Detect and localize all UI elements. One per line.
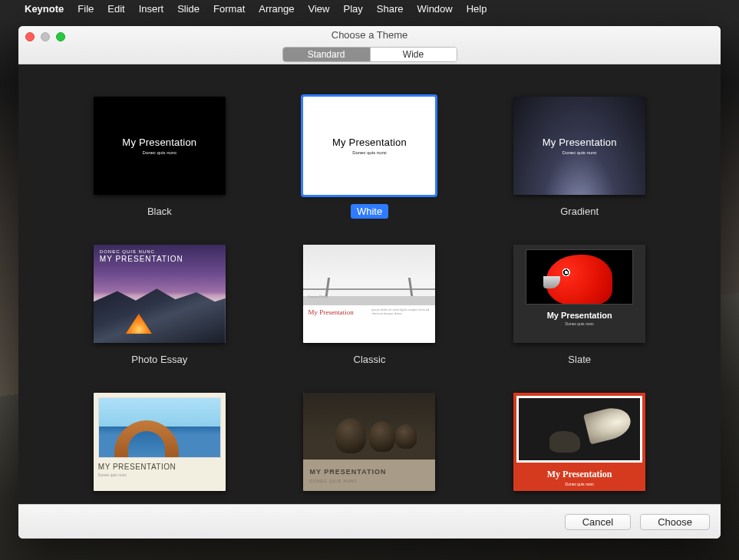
menu-help[interactable]: Help [467, 3, 487, 15]
thumb-title: MY PRESENTATION [98, 463, 221, 471]
choose-button[interactable]: Choose [640, 514, 710, 530]
window-controls [25, 32, 65, 41]
theme-classic[interactable]: Lorem Dolor My Presentation ipsum dolor … [289, 245, 451, 367]
close-button[interactable] [25, 32, 35, 41]
theme-improv[interactable]: My Presentation Donec quis nunc Improv [498, 393, 661, 504]
theme-thumbnail: MY PRESENTATION Donec quis nunc [94, 393, 226, 491]
theme-gradient[interactable]: My Presentation Donec quis nunc Gradient [498, 97, 661, 219]
theme-label: Gradient [554, 204, 605, 219]
thumb-subtitle: Donec quis nunc [352, 150, 387, 155]
thumb-title: My Presentation [543, 137, 617, 148]
theme-thumbnail: Lorem Dolor My Presentation ipsum dolor … [303, 245, 435, 343]
theme-thumbnail: MY PRESENTATION DONEC QUIS NUNC [303, 393, 435, 491]
menu-slide[interactable]: Slide [177, 3, 200, 15]
titlebar: Choose a Theme Standard Wide [18, 26, 721, 64]
theme-label: Classic [348, 352, 392, 367]
theme-cream-paper[interactable]: MY PRESENTATION Donec quis nunc Cream Pa… [78, 393, 241, 504]
theme-grid-area: My Presentation Donec quis nunc Black My… [18, 64, 721, 504]
thumb-subtitle: Donec quis nunc [562, 150, 597, 155]
menu-file[interactable]: File [78, 3, 94, 15]
menu-edit[interactable]: Edit [107, 3, 124, 15]
theme-black[interactable]: My Presentation Donec quis nunc Black [78, 97, 241, 219]
thumb-subtitle: DONEC QUIS NUNC [309, 479, 358, 483]
thumb-subtitle: Donec quis nunc [566, 321, 594, 326]
menu-insert[interactable]: Insert [139, 3, 164, 15]
theme-photo-essay[interactable]: DONEC QUIS NUNC MY PRESENTATION Photo Es… [78, 245, 241, 367]
theme-thumbnail: My Presentation Donec quis nunc [303, 97, 435, 195]
segment-wide[interactable]: Wide [370, 48, 457, 61]
segment-standard[interactable]: Standard [283, 48, 370, 61]
thumb-title: My Presentation [332, 137, 407, 148]
thumb-subtitle: Donec quis nunc [513, 482, 645, 486]
theme-label: White [351, 204, 388, 219]
theme-chooser-window: Choose a Theme Standard Wide My Presenta… [18, 26, 721, 539]
system-menubar: Keynote File Edit Insert Slide Format Ar… [0, 0, 739, 17]
thumb-title: My Presentation [547, 469, 612, 480]
theme-white[interactable]: My Presentation Donec quis nunc White [289, 97, 451, 219]
cancel-button[interactable]: Cancel [565, 514, 631, 530]
theme-label: Slate [562, 352, 597, 367]
theme-label: Improv [558, 500, 601, 504]
thumb-author: Lorem Dolor [308, 295, 328, 298]
theme-label: Photo Essay [125, 352, 193, 367]
thumb-subtitle: Donec quis nunc [142, 150, 177, 155]
zoom-button[interactable] [56, 32, 65, 41]
menu-arrange[interactable]: Arrange [259, 3, 294, 15]
theme-scroll[interactable]: My Presentation Donec quis nunc Black My… [18, 64, 721, 504]
theme-artisan[interactable]: MY PRESENTATION DONEC QUIS NUNC Artisan [289, 393, 451, 504]
menu-view[interactable]: View [308, 3, 330, 15]
theme-slate[interactable]: My Presentation Donec quis nunc Slate [498, 245, 661, 367]
footer-bar: Cancel Choose [18, 504, 721, 539]
aspect-segmented-control: Standard Wide [282, 47, 457, 62]
theme-label: Black [141, 204, 178, 219]
menu-play[interactable]: Play [343, 3, 362, 15]
theme-label: Cream Paper [124, 500, 195, 504]
theme-label: Artisan [348, 500, 391, 504]
minimize-button[interactable] [41, 32, 50, 41]
thumb-title: My Presentation [547, 311, 612, 320]
thumb-subtitle: Donec quis nunc [98, 473, 221, 477]
theme-thumbnail: My Presentation Donec quis nunc [513, 97, 645, 195]
thumb-eyebrow: DONEC QUIS NUNC [100, 249, 183, 254]
thumb-title: MY PRESENTATION [100, 255, 183, 263]
theme-thumbnail: My Presentation Donec quis nunc [513, 245, 645, 343]
thumb-title: MY PRESENTATION [309, 468, 386, 476]
app-menu[interactable]: Keynote [25, 3, 64, 15]
theme-thumbnail: My Presentation Donec quis nunc [513, 393, 645, 491]
thumb-title: My Presentation [308, 308, 367, 340]
menu-share[interactable]: Share [377, 3, 404, 15]
thumb-lorem: ipsum dolor sit amet ligula suspen eros … [371, 308, 431, 340]
window-title: Choose a Theme [18, 26, 721, 41]
thumb-title: My Presentation [122, 137, 196, 148]
theme-thumbnail: DONEC QUIS NUNC MY PRESENTATION [94, 245, 226, 343]
theme-thumbnail: My Presentation Donec quis nunc [94, 97, 226, 195]
menu-window[interactable]: Window [417, 3, 452, 15]
menu-format[interactable]: Format [213, 3, 245, 15]
